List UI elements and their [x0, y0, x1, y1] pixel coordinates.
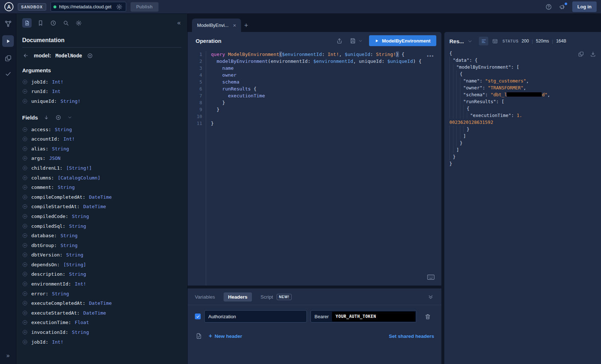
environment-variables-icon[interactable]: [195, 332, 203, 340]
header-value-input[interactable]: Bearer YOUR_AUTH_TOKEN: [310, 310, 417, 323]
doc-field-row[interactable]: executeStartedAt:DateTime: [22, 308, 181, 318]
plus-circle-icon[interactable]: [22, 291, 28, 296]
code-line[interactable]: modelByEnvironment(environmentId: $envir…: [211, 58, 441, 65]
new-header-button[interactable]: + New header: [209, 333, 242, 339]
share-operation-icon[interactable]: [336, 37, 343, 45]
plus-circle-icon[interactable]: [22, 252, 28, 258]
new-tab-button[interactable]: +: [244, 21, 248, 29]
fields-chevron-down-icon[interactable]: [67, 114, 73, 120]
save-icon[interactable]: [349, 37, 357, 45]
doc-field-row[interactable]: jobId:Int!: [22, 77, 181, 87]
plus-circle-icon[interactable]: [22, 185, 28, 190]
header-key-input[interactable]: Authorization: [204, 310, 307, 323]
doc-field-row[interactable]: environmentId:Int!: [22, 279, 181, 289]
plus-circle-icon[interactable]: [22, 233, 28, 238]
doc-field-row[interactable]: alias:String: [22, 144, 181, 154]
docs-tab-documentation[interactable]: [22, 18, 32, 28]
tab-headers[interactable]: Headers: [224, 292, 252, 302]
code-line[interactable]: ​: [211, 113, 441, 120]
doc-field-row[interactable]: dbtGroup:String: [22, 240, 181, 250]
code-line[interactable]: name: [211, 65, 441, 72]
add-all-fields-icon[interactable]: [55, 114, 62, 121]
docs-tab-saved[interactable]: [37, 19, 44, 27]
help-icon[interactable]: [545, 3, 553, 11]
plus-circle-icon[interactable]: [22, 89, 28, 94]
code-line[interactable]: }: [211, 106, 441, 113]
docs-tab-settings[interactable]: [75, 19, 83, 27]
doc-field-row[interactable]: compiledSql:String: [22, 221, 181, 231]
plus-circle-icon[interactable]: [22, 281, 28, 287]
plus-circle-icon[interactable]: [22, 320, 28, 325]
breadcrumb-type[interactable]: ModelNode: [56, 53, 82, 58]
keyboard-shortcuts-icon[interactable]: [427, 274, 435, 281]
code-line[interactable]: query ModelByEnvironment($environmentId:…: [211, 51, 441, 58]
doc-field-row[interactable]: dependsOn:[String]: [22, 260, 181, 270]
code-line[interactable]: schema: [211, 78, 441, 85]
table-view-icon[interactable]: [490, 37, 500, 45]
docs-tab-search[interactable]: [62, 19, 70, 27]
plus-circle-icon[interactable]: [22, 98, 28, 104]
endpoint-settings-gear-icon[interactable]: [115, 3, 123, 11]
doc-field-row[interactable]: error:String: [22, 289, 181, 299]
doc-field-row[interactable]: description:String: [22, 270, 181, 279]
docs-tab-history[interactable]: [49, 19, 57, 27]
login-button[interactable]: Log in: [572, 1, 597, 12]
plus-circle-icon[interactable]: [22, 155, 28, 161]
doc-field-row[interactable]: uniqueId:String!: [22, 96, 181, 106]
close-tab-icon[interactable]: ×: [233, 22, 236, 28]
tab-script[interactable]: Script: [261, 294, 273, 300]
endpoint-url-input[interactable]: https://metadata.cloud.get: [51, 2, 126, 12]
editor-menu-icon[interactable]: •••: [427, 53, 434, 58]
doc-field-row[interactable]: jobId:Int!: [22, 337, 181, 347]
code-line[interactable]: runResults {: [211, 85, 441, 92]
run-operation-button[interactable]: ModelByEnvironment: [369, 35, 436, 46]
plus-circle-icon[interactable]: [22, 262, 28, 267]
plus-circle-icon[interactable]: [22, 194, 28, 200]
tab-variables[interactable]: Variables: [195, 294, 215, 300]
rail-item-schema[interactable]: [4, 20, 12, 28]
graphql-editor[interactable]: 1234567891011 query ModelByEnvironment($…: [188, 49, 441, 286]
back-arrow-icon[interactable]: [22, 52, 29, 59]
doc-field-row[interactable]: comment:String: [22, 182, 181, 192]
editor-code[interactable]: query ModelByEnvironment($environmentId:…: [206, 51, 441, 286]
set-shared-headers-button[interactable]: Set shared headers: [389, 333, 434, 339]
plus-circle-icon[interactable]: [22, 204, 28, 209]
tree-view-icon[interactable]: [479, 37, 488, 45]
plus-circle-icon[interactable]: [22, 165, 28, 171]
plus-circle-icon[interactable]: [22, 79, 28, 85]
delete-header-icon[interactable]: [424, 313, 432, 320]
rail-expand-icon[interactable]: »: [6, 352, 11, 360]
doc-field-row[interactable]: childrenL1:[String!]: [22, 163, 181, 173]
plus-circle-icon[interactable]: [22, 329, 28, 335]
header-enabled-checkbox[interactable]: [195, 314, 201, 319]
plus-circle-icon[interactable]: [22, 136, 28, 142]
doc-field-row[interactable]: compileStartedAt:DateTime: [22, 202, 181, 212]
plus-circle-icon[interactable]: [22, 271, 28, 277]
copy-response-icon[interactable]: [577, 50, 585, 58]
rail-item-checks[interactable]: [4, 70, 12, 78]
operation-tab[interactable]: ModelByEnvi... ×: [192, 19, 241, 32]
doc-field-row[interactable]: runId:Int: [22, 87, 181, 97]
sort-fields-icon[interactable]: [43, 114, 50, 121]
plus-circle-icon[interactable]: [22, 146, 28, 151]
doc-field-row[interactable]: executionTime:Float: [22, 318, 181, 328]
docs-collapse-icon[interactable]: «: [177, 19, 181, 27]
doc-field-row[interactable]: executeCompletedAt:DateTime: [22, 298, 181, 308]
code-line[interactable]: }: [211, 99, 441, 106]
doc-field-row[interactable]: accountId:Int!: [22, 134, 181, 144]
rail-item-collections[interactable]: [4, 54, 12, 62]
plus-circle-icon[interactable]: [22, 175, 28, 181]
response-title[interactable]: Res...: [449, 38, 464, 44]
doc-field-row[interactable]: dbtVersion:String: [22, 250, 181, 260]
code-line[interactable]: owner: [211, 72, 441, 78]
save-chevron-down-icon[interactable]: [358, 38, 363, 44]
announcements-icon[interactable]: [558, 3, 566, 11]
doc-field-row[interactable]: database:String: [22, 231, 181, 240]
doc-field-row[interactable]: compiledCode:String: [22, 211, 181, 221]
plus-circle-icon[interactable]: [22, 243, 28, 248]
apollo-logo[interactable]: A: [4, 2, 13, 11]
doc-field-row[interactable]: access:String: [22, 125, 181, 134]
publish-button[interactable]: Publish: [131, 2, 159, 12]
plus-circle-icon[interactable]: [22, 300, 28, 306]
code-line[interactable]: }: [211, 120, 441, 127]
